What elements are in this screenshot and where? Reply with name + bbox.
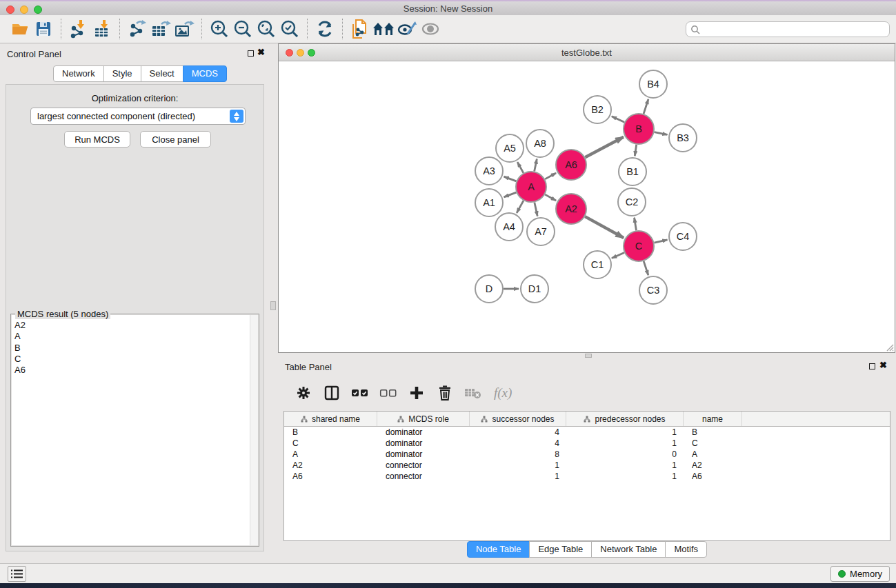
node-B4[interactable]: B4	[639, 70, 667, 98]
node-C2[interactable]: C2	[618, 188, 646, 216]
table-cell[interactable]: 1	[470, 471, 566, 482]
node-A5[interactable]: A5	[496, 134, 524, 162]
export-table-icon[interactable]	[149, 17, 172, 41]
table-cell[interactable]: B	[284, 427, 377, 438]
table-cell[interactable]: A2	[684, 460, 742, 471]
table-cell[interactable]: dominator	[377, 438, 470, 449]
node-B1[interactable]: B1	[619, 158, 646, 185]
node-B3[interactable]: B3	[669, 124, 697, 152]
node-A7[interactable]: A7	[527, 218, 555, 245]
node-C3[interactable]: C3	[639, 276, 667, 304]
close-panel-icon[interactable]: ✖	[257, 47, 265, 57]
table-cell[interactable]: 4	[470, 438, 566, 449]
table-cell[interactable]: 4	[470, 427, 566, 438]
tab-mcds[interactable]: MCDS	[183, 65, 227, 82]
delete-column-icon[interactable]	[436, 384, 454, 402]
table-cell[interactable]: 1	[566, 471, 684, 482]
edge-A-A4[interactable]	[517, 201, 524, 213]
list-item[interactable]: A	[12, 331, 258, 342]
node-B[interactable]: B	[624, 114, 654, 144]
list-item[interactable]: B	[12, 343, 258, 354]
zoom-out-icon[interactable]	[231, 17, 255, 41]
column-view-icon[interactable]	[323, 384, 341, 402]
edge-A2-C[interactable]	[585, 216, 624, 238]
table-cell[interactable]: A2	[284, 460, 377, 471]
column-header-name[interactable]: name	[684, 412, 742, 426]
tab-node-table[interactable]: Node Table	[467, 541, 530, 558]
edge-A-A5[interactable]	[517, 162, 524, 173]
home-view-icon[interactable]	[372, 17, 395, 41]
table-row[interactable]: Cdominator41C	[284, 438, 890, 449]
edge-B-B1[interactable]	[635, 145, 636, 156]
zoom-in-icon[interactable]	[208, 17, 231, 41]
splitter-thumb[interactable]	[585, 354, 592, 358]
edge-A-A3[interactable]	[504, 176, 517, 181]
run-mcds-button[interactable]: Run MCDS	[64, 131, 130, 148]
edge-C-C2[interactable]	[635, 218, 637, 231]
node-D1[interactable]: D1	[521, 275, 548, 303]
table-cell[interactable]: 1	[566, 460, 684, 471]
table-cell[interactable]: C	[284, 438, 377, 449]
node-B2[interactable]: B2	[584, 96, 611, 123]
select-all-icon[interactable]	[351, 384, 369, 402]
apply-layout-icon[interactable]	[313, 17, 337, 41]
table-settings-icon[interactable]	[295, 384, 312, 402]
toggle-style-icon[interactable]	[395, 17, 419, 41]
horizontal-splitter[interactable]	[278, 353, 896, 358]
table-cell[interactable]: 1	[470, 460, 566, 471]
mcds-result-list[interactable]: A2ABCA6	[12, 315, 258, 545]
table-cell[interactable]: A	[684, 449, 742, 460]
edge-A-A7[interactable]	[535, 202, 537, 216]
result-scrollbar[interactable]	[250, 315, 258, 545]
node-C1[interactable]: C1	[584, 251, 611, 278]
float-panel-icon[interactable]	[869, 363, 875, 369]
node-A1[interactable]: A1	[475, 189, 503, 216]
edge-B-B2[interactable]	[612, 116, 624, 123]
edge-C-C4[interactable]	[654, 240, 667, 243]
table-cell[interactable]: A6	[684, 471, 742, 482]
search-input[interactable]	[703, 25, 889, 34]
table-row[interactable]: Bdominator41B	[284, 427, 890, 438]
table-row[interactable]: A2connector11A2	[284, 460, 890, 471]
tab-network[interactable]: Network	[53, 65, 104, 82]
export-network-icon[interactable]	[126, 17, 149, 41]
splitter-thumb[interactable]	[270, 301, 276, 310]
table-cell[interactable]: 0	[566, 449, 684, 460]
table-cell[interactable]: connector	[377, 460, 470, 471]
task-history-button[interactable]	[8, 566, 26, 582]
node-A4[interactable]: A4	[495, 213, 523, 241]
tab-select[interactable]: Select	[141, 65, 183, 82]
criterion-select[interactable]: largest connected component (directed)	[30, 108, 246, 125]
tab-motifs[interactable]: Motifs	[665, 541, 707, 558]
deselect-all-icon[interactable]	[379, 384, 397, 402]
import-network-icon[interactable]	[67, 17, 90, 41]
zoom-fit-content-icon[interactable]	[255, 17, 278, 41]
node-A6[interactable]: A6	[556, 150, 586, 180]
node-A8[interactable]: A8	[526, 130, 554, 157]
edge-B-B4[interactable]	[644, 99, 648, 114]
table-cell[interactable]: 1	[566, 427, 684, 438]
node-D[interactable]: D	[475, 275, 503, 303]
node-A[interactable]: A	[516, 172, 546, 202]
table-cell[interactable]: 1	[566, 438, 684, 449]
column-header-predecessor-nodes[interactable]: predecessor nodes	[566, 412, 684, 426]
edge-A-A6[interactable]	[545, 173, 556, 179]
table-cell[interactable]: A6	[284, 471, 377, 482]
list-item[interactable]: A2	[12, 320, 258, 331]
column-header-shared-name[interactable]: shared name	[284, 412, 377, 426]
search-field[interactable]	[686, 21, 890, 37]
table-cell[interactable]: C	[684, 438, 742, 449]
tab-network-table[interactable]: Network Table	[591, 541, 666, 558]
memory-button[interactable]: Memory	[830, 566, 890, 582]
node-C[interactable]: C	[624, 231, 654, 261]
add-column-icon[interactable]	[408, 384, 426, 402]
open-session-icon[interactable]	[8, 17, 32, 41]
edge-A-A1[interactable]	[504, 192, 517, 197]
edge-A-A2[interactable]	[545, 194, 556, 201]
list-item[interactable]: C	[12, 354, 258, 365]
table-cell[interactable]: dominator	[377, 449, 470, 460]
node-C4[interactable]: C4	[669, 223, 697, 250]
tab-style[interactable]: Style	[103, 65, 141, 82]
import-table-icon[interactable]	[90, 17, 114, 41]
list-item[interactable]: A6	[12, 365, 258, 376]
